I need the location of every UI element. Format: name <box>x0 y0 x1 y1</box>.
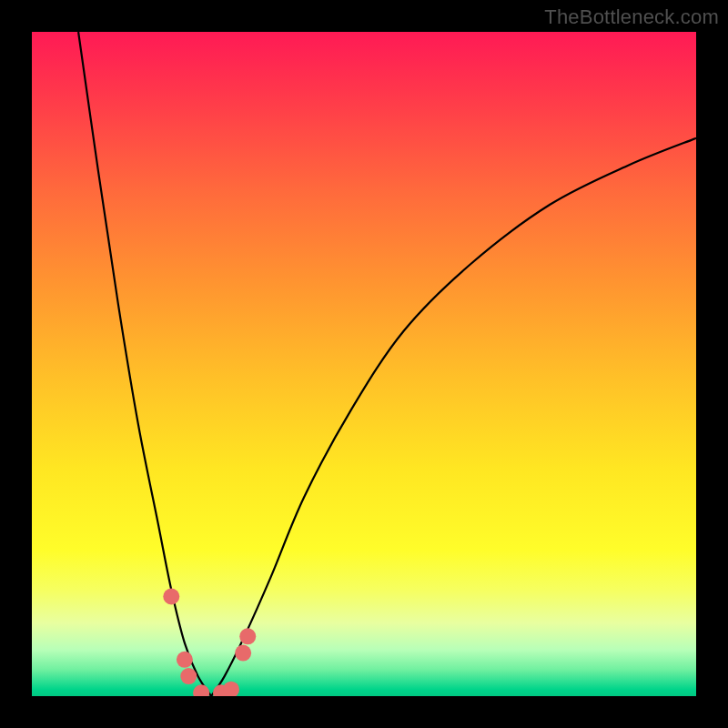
marker-dot <box>180 668 197 684</box>
marker-dot <box>239 628 256 644</box>
marker-dot <box>223 682 239 696</box>
marker-dot <box>177 652 193 668</box>
marker-dot <box>163 589 179 605</box>
attribution-text: TheBottleneck.com <box>544 5 719 29</box>
chart-frame: TheBottleneck.com <box>0 0 728 728</box>
plot-area <box>32 32 696 696</box>
marker-dot <box>193 684 209 696</box>
bottleneck-curve-right <box>211 138 696 696</box>
curve-layer <box>32 32 696 696</box>
bottleneck-curve-left <box>78 32 211 696</box>
marker-dot <box>235 645 251 662</box>
